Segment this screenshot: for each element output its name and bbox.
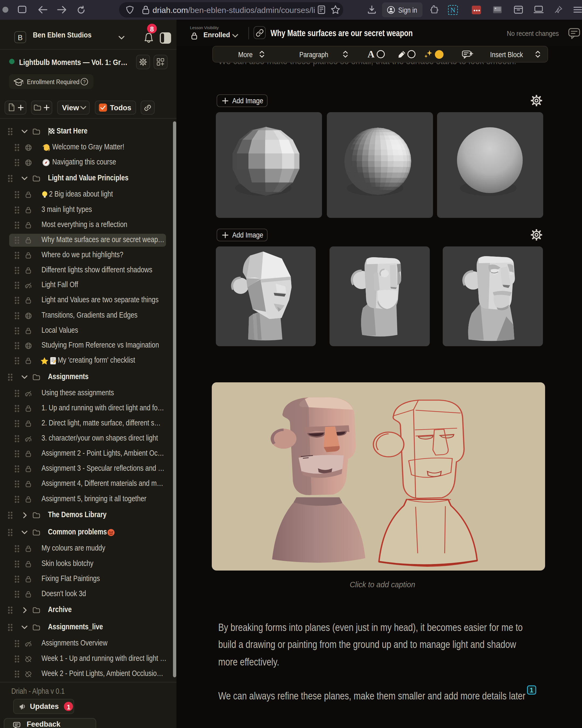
svg-text:N: N bbox=[450, 6, 455, 14]
svg-text:?: ? bbox=[83, 79, 85, 84]
